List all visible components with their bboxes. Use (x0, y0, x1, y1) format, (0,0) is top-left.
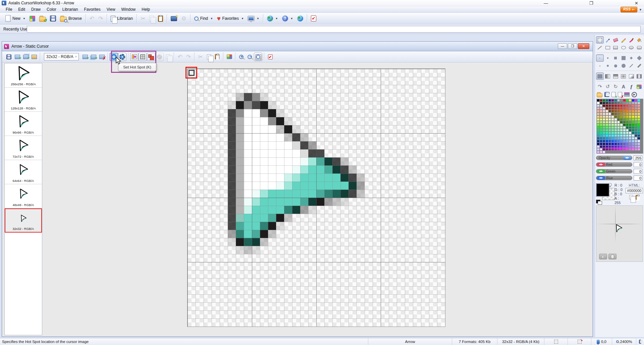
pixel-cell[interactable] (340, 157, 348, 165)
color-swatch[interactable] (605, 148, 608, 151)
color-swatch[interactable] (600, 134, 603, 137)
color-swatch[interactable] (617, 134, 620, 137)
color-swatch[interactable] (602, 137, 605, 140)
color-swatch[interactable] (623, 137, 626, 140)
pixel-cell[interactable] (244, 230, 252, 238)
rss-button[interactable]: RSS ⟜ (621, 7, 637, 12)
pixel-cell[interactable] (316, 182, 324, 190)
color-swatch[interactable] (629, 145, 632, 148)
pixel-cell[interactable] (260, 182, 268, 190)
pixel-cell[interactable] (244, 190, 252, 198)
palette-delete-button[interactable]: ✗ (618, 92, 622, 97)
pixel-cell[interactable] (260, 133, 268, 141)
color-swatch[interactable] (605, 132, 608, 134)
color-swatch[interactable] (608, 140, 611, 142)
pixel-cell[interactable] (268, 230, 276, 238)
pixel-cell[interactable] (284, 206, 292, 214)
color-swatch[interactable] (626, 148, 629, 151)
rotate-left-tool[interactable]: ↺ (604, 83, 612, 90)
fill-solid[interactable] (596, 72, 604, 80)
color-swatch[interactable] (623, 118, 626, 121)
color-swatch[interactable] (623, 124, 626, 126)
brush-slash-thin[interactable] (628, 62, 635, 69)
blue-arrows[interactable]: ◀▶ (597, 176, 605, 180)
color-swatch[interactable] (637, 126, 640, 129)
html-color-field[interactable]: #000000 (626, 188, 643, 193)
color-swatch[interactable] (597, 129, 600, 132)
pixel-cell[interactable] (300, 157, 308, 165)
pixel-cell[interactable] (308, 174, 316, 182)
pixel-cell[interactable] (308, 206, 316, 214)
pixel-cell[interactable] (300, 182, 308, 190)
opacity-arrows[interactable]: ◀▶ (623, 156, 632, 160)
brush-size-2[interactable] (604, 54, 612, 62)
copy-color-button[interactable] (629, 195, 633, 199)
color-swatch[interactable] (629, 129, 632, 132)
pixel-cell[interactable] (236, 149, 244, 157)
color-swatch[interactable] (611, 134, 614, 137)
pixel-cell[interactable] (244, 182, 252, 190)
pixel-cell[interactable] (284, 214, 292, 222)
color-swatch[interactable] (617, 129, 620, 132)
color-swatch[interactable] (597, 102, 600, 104)
brush-diamond-small[interactable] (628, 54, 635, 62)
pixel-cell[interactable] (284, 157, 292, 165)
color-swatch[interactable] (614, 115, 617, 118)
menu-favorites[interactable]: Favorites (81, 6, 103, 12)
color-swatch[interactable] (626, 132, 629, 134)
color-swatch[interactable] (626, 137, 629, 140)
color-swatch[interactable] (632, 102, 635, 104)
color-swatch[interactable] (629, 148, 632, 151)
pixel-cell[interactable] (252, 206, 260, 214)
format-dropdown[interactable]: 32x32 - RGB/A ˅ (44, 53, 79, 60)
color-swatch[interactable] (617, 110, 620, 112)
close-button[interactable]: ✕ (629, 0, 644, 6)
pixel-cell[interactable] (252, 149, 260, 157)
pixel-cell[interactable] (284, 133, 292, 141)
color-swatch[interactable] (605, 102, 608, 104)
color-swatch[interactable] (602, 104, 605, 107)
browse-button[interactable]: Browse (58, 14, 84, 23)
rss-dropdown-caret[interactable]: ▼ (639, 8, 642, 11)
color-swatch[interactable] (623, 126, 626, 129)
color-swatch[interactable] (611, 115, 614, 118)
pixel-cell[interactable] (276, 165, 284, 174)
fill-gradient-h[interactable] (604, 72, 612, 80)
pixel-cell[interactable] (268, 190, 276, 198)
pixel-cell[interactable] (228, 190, 236, 198)
menu-librarian[interactable]: Librarian (59, 6, 81, 12)
new-image-button[interactable]: + (81, 53, 89, 61)
pixel-cell[interactable] (292, 206, 300, 214)
color-swatch[interactable] (600, 151, 603, 153)
color-swatch[interactable] (605, 126, 608, 129)
pixel-cell[interactable] (276, 117, 284, 125)
pixel-cell[interactable] (236, 182, 244, 190)
red-value[interactable]: 0 (634, 162, 642, 167)
color-swatch[interactable] (629, 140, 632, 142)
pixel-cell[interactable] (284, 174, 292, 182)
pixel-cell[interactable] (276, 141, 284, 149)
color-swatch[interactable] (635, 110, 638, 112)
format-item-32x32[interactable]: 32x32 - RGB/A (5, 208, 42, 233)
color-swatch[interactable] (608, 148, 611, 151)
color-swatch[interactable] (626, 140, 629, 142)
pixel-cell[interactable] (276, 109, 284, 117)
pixel-cell[interactable] (316, 157, 324, 165)
format-item-256x256[interactable]: 256x256 - RGB/A (5, 63, 42, 88)
color-swatch[interactable] (626, 143, 629, 145)
color-swatch[interactable] (637, 110, 640, 112)
color-swatch[interactable] (605, 104, 608, 107)
color-swatch[interactable] (629, 107, 632, 110)
new-button[interactable]: New ▼ (3, 14, 28, 23)
pixel-canvas[interactable] (187, 68, 445, 327)
color-swatch[interactable] (605, 129, 608, 132)
pixel-cell[interactable] (260, 222, 268, 230)
color-swatch[interactable] (617, 132, 620, 134)
pixel-cell[interactable] (244, 117, 252, 125)
color-swatch[interactable] (614, 134, 617, 137)
color-swatch[interactable] (635, 132, 638, 134)
brush-size-3[interactable] (612, 54, 620, 62)
zoom-fit-button[interactable] (254, 53, 262, 61)
color-swatch[interactable] (600, 121, 603, 124)
doc-copy-button[interactable] (205, 53, 213, 61)
